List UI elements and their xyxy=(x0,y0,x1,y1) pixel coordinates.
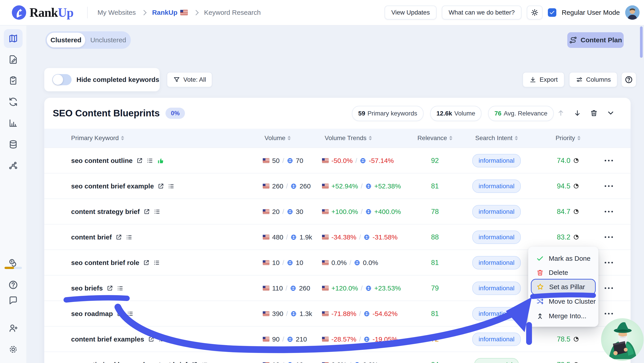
row-menu-button[interactable] xyxy=(603,224,614,250)
user-avatar[interactable] xyxy=(625,5,640,20)
serp-list-icon[interactable] xyxy=(154,208,160,215)
content-plan-button[interactable]: Content Plan xyxy=(567,32,624,48)
keyword-link[interactable]: seo optimized keyword content brief xyxy=(71,361,188,363)
column-priority[interactable]: Priority xyxy=(544,129,592,148)
row-menu-button[interactable] xyxy=(603,250,614,275)
breadcrumb-my-websites[interactable]: My Websites xyxy=(98,9,136,16)
globe-icon xyxy=(290,234,297,240)
keyword-link[interactable]: seo roadmap xyxy=(71,310,113,317)
export-button[interactable]: Export xyxy=(522,72,564,87)
app-logo[interactable]: RankUp xyxy=(12,0,73,25)
table-row[interactable]: seo content brief example 260/260 +52.94… xyxy=(44,173,630,199)
kebab-icon xyxy=(608,287,610,289)
keyword-link[interactable]: seo content outline xyxy=(71,157,132,165)
serp-list-icon[interactable] xyxy=(201,361,208,363)
network-icon[interactable] xyxy=(8,161,18,171)
keyword-link[interactable]: seo content brief role xyxy=(71,259,139,266)
table-row[interactable]: content brief 480/1.9k -34.38%/-31.58% 8… xyxy=(44,224,630,250)
database-icon[interactable] xyxy=(8,139,18,150)
columns-button[interactable]: Columns xyxy=(569,72,618,87)
row-menu-button[interactable] xyxy=(603,199,614,224)
external-link-icon[interactable] xyxy=(106,285,113,292)
serp-list-icon[interactable] xyxy=(158,336,165,343)
row-menu-button[interactable] xyxy=(603,275,614,301)
trash-icon xyxy=(536,269,544,276)
us-flag-icon xyxy=(322,158,329,163)
move-down-icon[interactable] xyxy=(573,109,582,117)
row-menu-button[interactable] xyxy=(603,148,614,173)
keyword-link[interactable]: content brief examples xyxy=(71,335,144,343)
search-intent-badge: commercial xyxy=(474,358,519,363)
keyword-link[interactable]: seo content brief example xyxy=(71,182,154,190)
serp-list-icon[interactable] xyxy=(127,310,134,317)
serp-list-icon[interactable] xyxy=(117,285,124,292)
pie-chart-icon xyxy=(573,183,579,189)
external-link-icon[interactable] xyxy=(116,234,122,241)
column-volume-trends[interactable]: Volume Trends xyxy=(325,129,372,148)
serp-list-icon[interactable] xyxy=(126,234,132,241)
clipboard-check-icon[interactable] xyxy=(8,75,18,86)
menu-item-move-to-cluster[interactable]: Move to Cluster xyxy=(528,294,598,308)
globe-icon xyxy=(354,362,360,363)
vertical-scrollbar-thumb[interactable] xyxy=(640,27,643,58)
chat-icon[interactable] xyxy=(8,295,18,305)
regular-user-mode-checkbox[interactable] xyxy=(548,8,556,17)
chevron-right-icon xyxy=(141,10,147,15)
column-primary-keyword[interactable]: Primary Keyword xyxy=(71,129,124,148)
menu-item-merge-into[interactable]: Merge Into... xyxy=(528,309,598,323)
column-volume[interactable]: Volume xyxy=(264,129,291,148)
kebab-icon xyxy=(608,262,610,263)
wizard-assistant-mascot[interactable] xyxy=(601,318,644,361)
keyword-link[interactable]: content strategy brief xyxy=(71,208,140,215)
hide-completed-toggle[interactable] xyxy=(52,74,72,85)
globe-icon xyxy=(354,260,360,266)
us-flag-icon xyxy=(263,184,270,188)
relevance-score: 81 xyxy=(419,173,450,199)
keyword-link[interactable]: seo briefs xyxy=(71,284,103,292)
feedback-button[interactable]: What can we do better? xyxy=(442,6,522,20)
table-row[interactable]: seo optimized keyword content brief 10/1… xyxy=(44,351,630,363)
relevance-score: 92 xyxy=(419,148,450,173)
tab-clustered[interactable]: Clustered xyxy=(47,33,85,48)
collapse-cluster-icon[interactable] xyxy=(606,109,615,117)
help-icon[interactable] xyxy=(8,280,18,290)
add-user-icon[interactable] xyxy=(8,323,18,333)
column-relevance[interactable]: Relevance xyxy=(419,129,450,148)
move-up-icon[interactable] xyxy=(557,109,565,117)
menu-item-mark-as-done[interactable]: Mark as Done xyxy=(528,252,598,265)
external-link-icon[interactable] xyxy=(191,361,198,363)
file-edit-icon[interactable] xyxy=(8,54,18,65)
us-flag-icon xyxy=(322,260,329,265)
table-row[interactable]: content brief examples 90/210 -28.57%/-1… xyxy=(44,326,630,352)
view-updates-button[interactable]: View Updates xyxy=(384,6,436,20)
rankup-logo-icon xyxy=(12,5,26,20)
map-icon[interactable] xyxy=(8,33,18,44)
theme-toggle-button[interactable] xyxy=(527,6,542,20)
search-intent-badge: informational xyxy=(472,256,520,269)
settings-gear-icon[interactable] xyxy=(8,344,18,354)
external-link-icon[interactable] xyxy=(143,208,150,215)
keyword-link[interactable]: content brief xyxy=(71,233,112,241)
breadcrumb-project[interactable]: RankUp xyxy=(152,9,188,16)
external-link-icon[interactable] xyxy=(158,183,164,190)
column-search-intent[interactable]: Search Intent xyxy=(468,129,525,148)
external-link-icon[interactable] xyxy=(148,336,154,343)
table-row[interactable]: content strategy brief 20/30 +100.0%/+40… xyxy=(44,198,630,224)
wizard-image xyxy=(601,318,644,361)
vote-filter-button[interactable]: Vote: All xyxy=(167,72,212,87)
bar-chart-icon[interactable] xyxy=(8,118,18,128)
external-link-icon[interactable] xyxy=(116,310,123,317)
serp-list-icon[interactable] xyxy=(146,157,153,164)
serp-list-icon[interactable] xyxy=(168,183,174,190)
serp-list-icon[interactable] xyxy=(153,259,160,266)
external-link-icon[interactable] xyxy=(136,157,143,164)
sync-icon[interactable] xyxy=(8,97,18,107)
menu-item-delete[interactable]: Delete xyxy=(528,266,598,279)
row-menu-button[interactable] xyxy=(603,173,614,199)
menu-item-set-as-pillar[interactable]: Set as Pillar xyxy=(528,280,598,294)
external-link-icon[interactable] xyxy=(143,259,150,266)
table-help-button[interactable] xyxy=(621,72,636,87)
delete-cluster-icon[interactable] xyxy=(590,109,598,117)
tab-unclustered[interactable]: Unclustered xyxy=(87,31,130,49)
table-row[interactable]: seo content outline 50/70 -50.0%/-57.14%… xyxy=(44,148,630,173)
